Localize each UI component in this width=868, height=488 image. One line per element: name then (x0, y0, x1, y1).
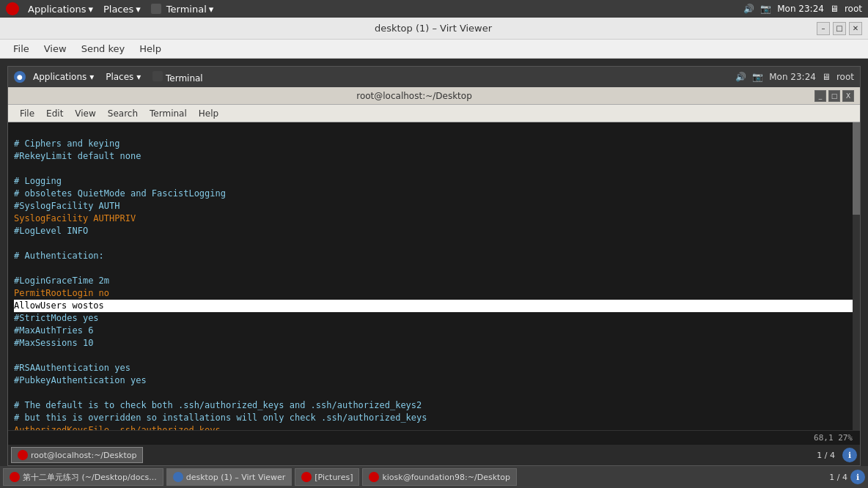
terminal-line (14, 237, 854, 250)
virt-sendkey-menu[interactable]: Send key (74, 41, 133, 56)
inner-task-icon (18, 450, 28, 460)
inner-win-controls: _ □ X (814, 90, 854, 102)
terminal-line: # obsoletes QuietMode and FascistLogging (14, 188, 854, 200)
terminal-line: AllowUsers wostos (14, 300, 854, 312)
virt-maximize-button[interactable]: □ (833, 22, 846, 35)
terminal-line: SyslogFacility AUTHPRIV (14, 212, 854, 225)
inner-close-button[interactable]: X (842, 90, 854, 102)
inner-help-menu[interactable]: Help (193, 107, 224, 120)
outer-task-icon-1 (10, 472, 20, 482)
virt-file-menu[interactable]: File (6, 41, 37, 56)
terminal-line: PermitRootLogin no (14, 287, 854, 300)
inner-view-menu[interactable]: View (69, 107, 101, 120)
outer-task-item-4[interactable]: kiosk@foundation98:~/Desktop (362, 468, 517, 486)
outer-task-icon-2 (173, 472, 183, 482)
inner-terminal-icon (152, 71, 163, 81)
virt-close-button[interactable]: ✕ (849, 22, 862, 35)
terminal-label: Terminal (166, 4, 207, 15)
inner-file-menu[interactable]: File (14, 107, 40, 120)
terminal-line (14, 262, 854, 275)
terminal-scrollbar[interactable] (853, 122, 860, 430)
terminal-line: #RSAAuthentication yes (14, 362, 854, 374)
outer-task-item-2[interactable]: desktop (1) – Virt Viewer (166, 468, 293, 486)
inner-maximize-button[interactable]: □ (828, 90, 840, 102)
terminal-body[interactable]: # Ciphers and keying#RekeyLimit default … (8, 122, 860, 430)
applications-arrow: ▾ (88, 4, 93, 15)
inner-terminal-window: ● Applications ▾ Places ▾ Terminal 🔊 (7, 66, 861, 466)
inner-terminal-menu[interactable]: Terminal (144, 107, 193, 120)
inner-fedora-icon: ● (14, 71, 26, 83)
outer-task-icon-3 (301, 472, 312, 482)
inner-terminal-label: Terminal (166, 73, 203, 84)
terminal-line (14, 350, 854, 362)
outer-task-icon-4 (369, 472, 379, 482)
inner-user-label: root (836, 72, 854, 82)
terminal-line: # Ciphers and keying (14, 138, 854, 150)
terminal-icon (151, 4, 161, 14)
outer-task-label-1: 第十二单元练习 (~/Desktop/docs... (23, 472, 157, 483)
screenshot-icon[interactable]: 📷 (760, 4, 771, 14)
inner-title-text: root@localhost:~/Desktop (14, 91, 814, 101)
places-label: Places (103, 4, 133, 15)
terminal-scrollbar-thumb[interactable] (853, 122, 860, 215)
outer-task-pager: 1 / 4 (829, 473, 847, 482)
inner-time: Mon 23:24 (769, 72, 816, 82)
inner-applications-menu[interactable]: Applications ▾ (29, 70, 98, 84)
system-bar-left: Applications ▾ Places ▾ Terminal ▾ (6, 2, 743, 16)
inner-search-menu[interactable]: Search (102, 107, 144, 120)
inner-top-bar: ● Applications ▾ Places ▾ Terminal 🔊 (8, 67, 860, 87)
terminal-line (14, 387, 854, 399)
terminal-line: #StrictModes yes (14, 312, 854, 325)
system-time: Mon 23:24 (777, 4, 824, 14)
outer-taskbar: 第十二单元练习 (~/Desktop/docs... desktop (1) –… (0, 466, 868, 488)
outer-task-label-3: [Pictures] (315, 473, 353, 482)
inner-title-bar: root@localhost:~/Desktop _ □ X (8, 87, 860, 105)
inner-taskbar-item-terminal[interactable]: root@localhost:~/Desktop (11, 447, 143, 463)
virt-content: ● Applications ▾ Places ▾ Terminal 🔊 (0, 59, 868, 488)
screen-icon: 🖥 (830, 4, 839, 14)
inner-task-pager: 1 / 4 (812, 449, 839, 462)
terminal-status-text: 68,1 27% (814, 433, 853, 443)
inner-minimize-button[interactable]: _ (814, 90, 826, 102)
volume-icon[interactable]: 🔊 (743, 4, 754, 14)
inner-terminal-applet[interactable]: Terminal (148, 70, 207, 85)
terminal-line: #MaxSessions 10 (14, 337, 854, 350)
inner-top-bar-left: ● Applications ▾ Places ▾ Terminal (14, 70, 207, 85)
inner-edit-menu[interactable]: Edit (40, 107, 69, 120)
inner-screen-icon: 🖥 (822, 72, 831, 82)
terminal-line: #LoginGraceTime 2m (14, 275, 854, 287)
terminal-line: #PubkeyAuthentication yes (14, 374, 854, 387)
virt-menu-bar: File View Send key Help (0, 40, 868, 59)
outer-task-item-3[interactable]: [Pictures] (295, 468, 359, 486)
inner-top-bar-right: 🔊 📷 Mon 23:24 🖥 root (735, 72, 854, 82)
inner-taskbar: root@localhost:~/Desktop 1 / 4 ℹ (8, 445, 860, 465)
inner-volume-icon[interactable]: 🔊 (735, 72, 746, 82)
terminal-status-bar: 68,1 27% (8, 430, 860, 445)
inner-applications-label: Applications (33, 72, 87, 82)
fedora-icon (6, 2, 19, 15)
terminal-line: #SyslogFacility AUTH (14, 200, 854, 212)
inner-screenshot-icon: 📷 (752, 72, 763, 82)
inner-places-menu[interactable]: Places ▾ (101, 70, 145, 84)
system-terminal-menu[interactable]: Terminal ▾ (147, 2, 218, 16)
terminal-line: #MaxAuthTries 6 (14, 325, 854, 337)
virt-minimize-button[interactable]: – (817, 22, 830, 35)
system-bar-right: 🔊 📷 Mon 23:24 🖥 root (743, 4, 862, 14)
system-bar: Applications ▾ Places ▾ Terminal ▾ 🔊 📷 M… (0, 0, 868, 18)
virt-window-controls: – □ ✕ (817, 22, 862, 35)
system-applications-menu[interactable]: Applications ▾ (23, 2, 98, 16)
inner-task-label: root@localhost:~/Desktop (31, 451, 136, 460)
virt-view-menu[interactable]: View (37, 41, 74, 56)
applications-label: Applications (28, 4, 86, 15)
outer-task-item-1[interactable]: 第十二单元练习 (~/Desktop/docs... (3, 468, 163, 486)
terminal-line: # Authentication: (14, 250, 854, 262)
virt-help-menu[interactable]: Help (132, 41, 169, 56)
user-label: root (845, 4, 862, 14)
virt-title-bar: desktop (1) – Virt Viewer – □ ✕ (0, 18, 868, 40)
system-places-menu[interactable]: Places ▾ (99, 2, 145, 16)
terminal-line: # but this is overridden so installation… (14, 412, 854, 424)
terminal-line (14, 125, 854, 138)
terminal-line: # The default is to check both .ssh/auth… (14, 399, 854, 412)
outer-notification: ℹ (850, 470, 865, 484)
terminal-line: #LogLevel INFO (14, 225, 854, 237)
